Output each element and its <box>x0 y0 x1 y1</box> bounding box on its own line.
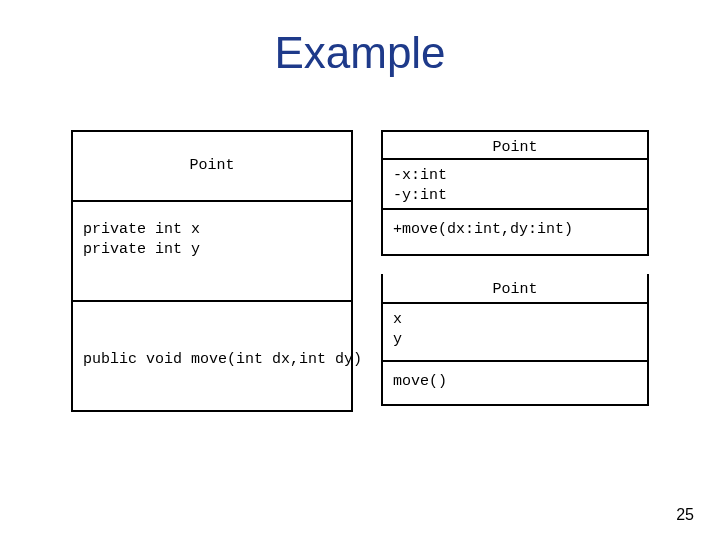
uml-simple-attr-compartment: x y <box>381 304 649 362</box>
uml-right-column: Point -x:int -y:int +move(dx:int,dy:int)… <box>381 130 649 412</box>
java-uml-box: Point private int x private int y public… <box>71 130 353 412</box>
uml-full-name-compartment: Point <box>381 130 649 160</box>
uml-full-class-name: Point <box>383 132 647 164</box>
uml-simple-class-name: Point <box>383 274 647 306</box>
uml-full-operations: +move(dx:int,dy:int) <box>383 210 647 246</box>
java-uml-op-compartment: public void move(int dx,int dy) <box>71 302 353 412</box>
java-class-name: Point <box>73 132 351 182</box>
java-uml-attr-compartment: private int x private int y <box>71 202 353 302</box>
diagram-area: Point private int x private int y public… <box>0 130 720 412</box>
uml-simple-operations: move() <box>383 362 647 398</box>
uml-full-op-compartment: +move(dx:int,dy:int) <box>381 210 649 256</box>
uml-full-attributes: -x:int -y:int <box>383 160 647 211</box>
slide-title: Example <box>0 28 720 78</box>
uml-simple-attributes: x y <box>383 304 647 355</box>
uml-full-attr-compartment: -x:int -y:int <box>381 160 649 210</box>
java-attributes: private int x private int y <box>73 202 351 265</box>
page-number: 25 <box>676 506 694 524</box>
uml-simple-name-compartment: Point <box>381 274 649 304</box>
java-uml-name-compartment: Point <box>71 130 353 202</box>
java-operations: public void move(int dx,int dy) <box>73 302 351 376</box>
uml-simple-op-compartment: move() <box>381 362 649 406</box>
